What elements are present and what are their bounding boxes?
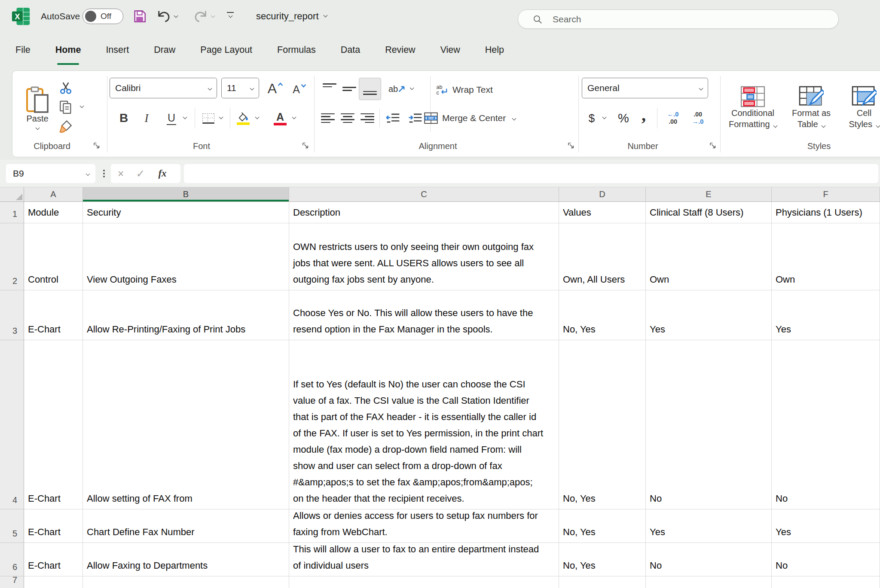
customize-quick-access-toolbar-button[interactable]: [226, 11, 235, 21]
italic-button[interactable]: I: [139, 109, 154, 128]
clipboard-dialog-launcher[interactable]: [93, 142, 101, 150]
row-header-7[interactable]: 7: [0, 576, 24, 588]
enter-button[interactable]: ✓: [131, 168, 150, 180]
alignment-dialog-launcher[interactable]: [568, 142, 575, 150]
document-title[interactable]: security_report: [256, 0, 327, 32]
cell-A1[interactable]: Module: [24, 202, 83, 223]
cell-B6[interactable]: Allow Faxing to Departments: [83, 543, 289, 576]
cell-B2[interactable]: View Outgoing Faxes: [83, 223, 289, 290]
tab-home[interactable]: Home: [55, 32, 81, 68]
orientation-chevron-icon[interactable]: [410, 86, 414, 90]
cell-F6[interactable]: No: [772, 543, 880, 576]
underline-button[interactable]: U: [162, 109, 181, 128]
merge-center-button[interactable]: Merge & Center: [424, 108, 537, 128]
search-box[interactable]: [518, 9, 839, 29]
cell-D5[interactable]: No, Yes: [559, 509, 646, 543]
formula-bar-drag-handle[interactable]: [102, 168, 106, 179]
cell-B3[interactable]: Allow Re-Printing/Faxing of Print Jobs: [83, 290, 289, 340]
cell-D4[interactable]: No, Yes: [559, 340, 646, 509]
column-header-D[interactable]: D: [559, 187, 646, 202]
tab-view[interactable]: View: [440, 32, 460, 68]
cell-F5[interactable]: Yes: [772, 509, 880, 543]
tab-page-layout[interactable]: Page Layout: [200, 32, 252, 68]
cell-B5[interactable]: Chart Define Fax Number: [83, 509, 289, 543]
fill-color-button[interactable]: [233, 108, 253, 128]
cell-C6[interactable]: This will allow a user to fax to an enti…: [289, 543, 559, 576]
excel-app-icon[interactable]: X: [11, 6, 31, 26]
tab-help[interactable]: Help: [485, 32, 504, 68]
font-size-combo[interactable]: 11: [221, 78, 259, 98]
cell-F2[interactable]: Own: [772, 223, 880, 290]
row-header-6[interactable]: 6: [0, 543, 24, 576]
cell-C3[interactable]: Choose Yes or No. This will allow these …: [289, 290, 559, 340]
decrease-font-size-button[interactable]: A: [289, 80, 310, 98]
cell-F1[interactable]: Physicians (1 Users): [772, 202, 880, 223]
cell-F3[interactable]: Yes: [772, 290, 880, 340]
align-right-button[interactable]: [358, 110, 377, 127]
cell-A6[interactable]: E-Chart: [24, 543, 83, 576]
copy-chevron-icon[interactable]: [80, 104, 84, 108]
cell-E1[interactable]: Clinical Staff (8 Users): [646, 202, 772, 223]
accounting-format-button[interactable]: $: [584, 109, 599, 128]
cell-A5[interactable]: E-Chart: [24, 509, 83, 543]
cell-C7[interactable]: [289, 576, 559, 588]
cell-E5[interactable]: Yes: [646, 509, 772, 543]
cell-F7[interactable]: [772, 576, 880, 588]
tab-data[interactable]: Data: [341, 32, 360, 68]
redo-button[interactable]: [192, 8, 209, 24]
conditional-formatting-button[interactable]: Conditional Formatting: [726, 76, 780, 140]
align-bottom-button[interactable]: [359, 78, 381, 100]
number-dialog-launcher[interactable]: [709, 142, 717, 150]
cell-D7[interactable]: [559, 576, 646, 588]
insert-function-button[interactable]: fx: [150, 168, 174, 179]
column-header-E[interactable]: E: [646, 187, 772, 202]
number-format-combo[interactable]: General: [582, 78, 708, 98]
row-header-3[interactable]: 3: [0, 290, 24, 340]
tab-draw[interactable]: Draw: [154, 32, 175, 68]
format-painter-button[interactable]: [55, 118, 76, 135]
bold-button[interactable]: B: [115, 109, 133, 128]
wrap-text-button[interactable]: ab c Wrap Text: [435, 80, 513, 99]
cell-C1[interactable]: Description: [289, 202, 559, 223]
format-as-table-button[interactable]: Format as Table: [785, 76, 837, 140]
align-middle-button[interactable]: [340, 79, 359, 98]
save-button[interactable]: [131, 8, 148, 24]
fill-color-chevron-icon[interactable]: [255, 115, 260, 119]
underline-chevron-icon[interactable]: [183, 115, 187, 119]
cell-C4[interactable]: If set to Yes (default is No) the user c…: [289, 340, 559, 509]
increase-font-size-button[interactable]: A: [264, 79, 287, 98]
percent-style-button[interactable]: %: [613, 109, 634, 128]
cell-A3[interactable]: E-Chart: [24, 290, 83, 340]
search-input[interactable]: [553, 14, 810, 24]
cell-A4[interactable]: E-Chart: [24, 340, 83, 509]
font-dialog-launcher[interactable]: [302, 142, 310, 150]
cut-button[interactable]: [55, 79, 76, 97]
merge-center-chevron-icon[interactable]: [512, 116, 516, 120]
column-header-C[interactable]: C: [289, 187, 559, 202]
decrease-decimal-button[interactable]: .00 →.0: [686, 108, 709, 128]
cell-E2[interactable]: Own: [646, 223, 772, 290]
cell-B1[interactable]: Security: [83, 202, 289, 223]
orientation-button[interactable]: ab: [387, 79, 407, 98]
cell-A2[interactable]: Control: [24, 223, 83, 290]
font-color-button[interactable]: A: [270, 108, 290, 128]
increase-decimal-button[interactable]: ←.0 .00: [661, 108, 684, 128]
undo-dropdown-chevron[interactable]: [174, 14, 178, 18]
cell-D6[interactable]: No, Yes: [559, 543, 646, 576]
align-top-button[interactable]: [320, 79, 339, 98]
cancel-button[interactable]: ×: [111, 168, 131, 180]
font-color-chevron-icon[interactable]: [292, 115, 296, 119]
comma-style-button[interactable]: ,: [636, 105, 651, 124]
select-all-corner[interactable]: [0, 187, 24, 202]
tab-review[interactable]: Review: [385, 32, 416, 68]
borders-button[interactable]: [199, 110, 218, 127]
decrease-indent-button[interactable]: [383, 110, 403, 127]
cell-E6[interactable]: No: [646, 543, 772, 576]
tab-insert[interactable]: Insert: [106, 32, 129, 68]
name-box[interactable]: B9: [6, 164, 95, 183]
cell-E4[interactable]: No: [646, 340, 772, 509]
redo-dropdown-chevron[interactable]: [211, 14, 215, 18]
paste-button[interactable]: Paste: [19, 76, 55, 140]
row-header-4[interactable]: 4: [0, 340, 24, 509]
increase-indent-button[interactable]: [405, 110, 426, 127]
